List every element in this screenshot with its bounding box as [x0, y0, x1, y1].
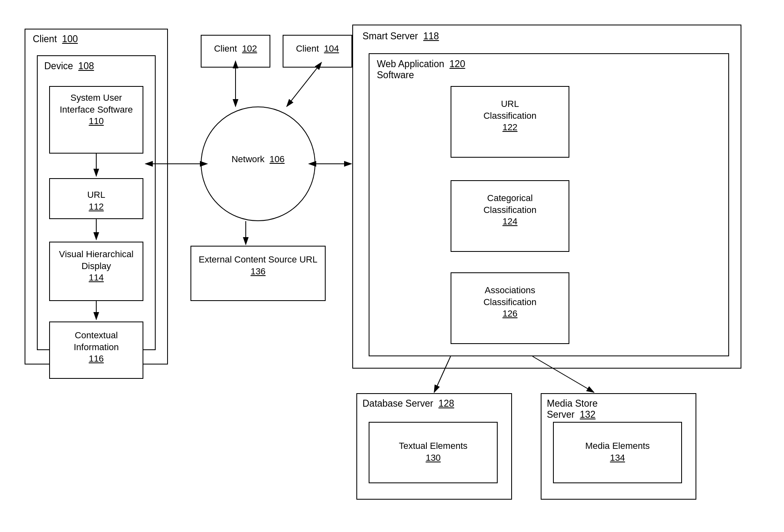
contextual-116-label: Contextual Information 116 [51, 330, 141, 365]
device-108-label: Device 108 [44, 61, 94, 72]
media-elements-134-label: Media Elements 134 [555, 440, 680, 464]
categorical-124-label: Categorical Classification 124 [453, 192, 567, 228]
network-106-label: Network 106 [201, 154, 315, 165]
associations-126-label: Associations Classification 126 [453, 285, 567, 320]
external-url-136-label: External Content Source URL 136 [193, 254, 324, 277]
media-store-server-132-label: Media StoreServer 132 [547, 398, 598, 420]
textual-elements-130-label: Textual Elements 130 [371, 440, 496, 464]
system-ui-110-label: System User Interface Software 110 [51, 92, 141, 127]
client-104-label: Client 104 [285, 43, 350, 55]
arrow-client104-to-network [287, 68, 317, 106]
web-app-software-label: Software [377, 70, 414, 81]
client-102-label: Client 102 [203, 43, 268, 55]
url-classification-122-label: URL Classification 122 [453, 98, 567, 134]
database-server-128-label: Database Server 128 [363, 398, 454, 409]
url-112-label: URL 112 [51, 189, 141, 213]
visual-114-label: Visual Hierarchical Display 114 [51, 249, 141, 284]
client-100-label: Client 100 [33, 34, 78, 45]
smart-server-118-label: Smart Server 118 [363, 31, 439, 42]
diagram: Client 100 Device 108 System User Interf… [0, 0, 784, 532]
web-app-120-label: Web Application 120 [377, 59, 465, 70]
